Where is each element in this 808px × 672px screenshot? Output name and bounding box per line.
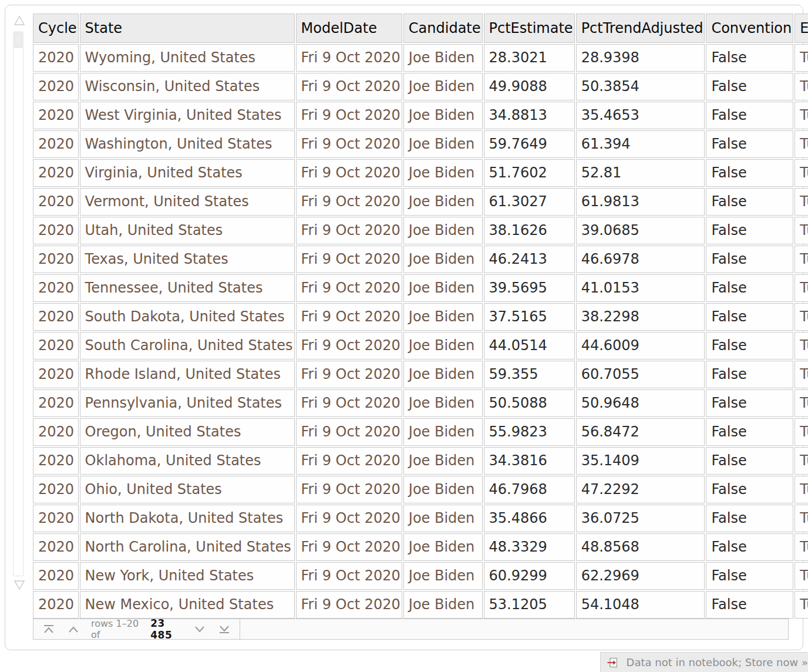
cell-election_date[interactable]: Tue 3 Nov 2020 bbox=[794, 533, 808, 561]
cell-candidate[interactable]: Joe Biden bbox=[403, 130, 483, 158]
cell-pct_trend[interactable]: 60.7055 bbox=[576, 361, 705, 388]
cell-candidate[interactable]: Joe Biden bbox=[403, 188, 483, 216]
store-now-bar[interactable]: Data not in notebook; Store now » bbox=[600, 652, 808, 672]
cell-pct_estimate[interactable]: 35.4866 bbox=[484, 505, 575, 532]
column-header-candidate[interactable]: Candidate bbox=[403, 14, 483, 43]
cell-pct_estimate[interactable]: 60.9299 bbox=[484, 562, 575, 590]
cell-convention[interactable]: False bbox=[706, 188, 793, 216]
cell-cycle[interactable]: 2020 bbox=[33, 361, 79, 388]
cell-election_date[interactable]: Tue 3 Nov 2020 bbox=[794, 505, 808, 532]
cell-pct_trend[interactable]: 28.9398 bbox=[576, 44, 705, 72]
cell-cycle[interactable]: 2020 bbox=[33, 73, 79, 100]
cell-convention[interactable]: False bbox=[706, 505, 793, 532]
cell-candidate[interactable]: Joe Biden bbox=[403, 591, 483, 619]
cell-model_date[interactable]: Fri 9 Oct 2020 bbox=[296, 361, 402, 388]
cell-election_date[interactable]: Tue 3 Nov 2020 bbox=[794, 476, 808, 503]
cell-cycle[interactable]: 2020 bbox=[33, 562, 79, 590]
cell-candidate[interactable]: Joe Biden bbox=[403, 389, 483, 417]
cell-convention[interactable]: False bbox=[706, 130, 793, 158]
cell-pct_trend[interactable]: 61.394 bbox=[576, 130, 705, 158]
column-header-pct_trend[interactable]: PctTrendAdjusted bbox=[576, 14, 705, 43]
cell-state[interactable]: South Dakota, United States bbox=[80, 303, 295, 331]
cell-model_date[interactable]: Fri 9 Oct 2020 bbox=[296, 591, 402, 619]
cell-pct_trend[interactable]: 44.6009 bbox=[576, 332, 705, 359]
cell-pct_trend[interactable]: 36.0725 bbox=[576, 505, 705, 532]
cell-cycle[interactable]: 2020 bbox=[33, 476, 79, 503]
cell-candidate[interactable]: Joe Biden bbox=[403, 73, 483, 100]
cell-model_date[interactable]: Fri 9 Oct 2020 bbox=[296, 533, 402, 561]
cell-cycle[interactable]: 2020 bbox=[33, 332, 79, 359]
cell-candidate[interactable]: Joe Biden bbox=[403, 562, 483, 590]
cell-election_date[interactable]: Tue 3 Nov 2020 bbox=[794, 274, 808, 302]
cell-convention[interactable]: False bbox=[706, 44, 793, 72]
cell-pct_estimate[interactable]: 28.3021 bbox=[484, 44, 575, 72]
cell-election_date[interactable]: Tue 3 Nov 2020 bbox=[794, 130, 808, 158]
cell-election_date[interactable]: Tue 3 Nov 2020 bbox=[794, 188, 808, 216]
cell-pct_trend[interactable]: 56.8472 bbox=[576, 418, 705, 446]
cell-state[interactable]: Oregon, United States bbox=[80, 418, 295, 446]
cell-pct_estimate[interactable]: 34.3816 bbox=[484, 447, 575, 475]
cell-candidate[interactable]: Joe Biden bbox=[403, 533, 483, 561]
cell-convention[interactable]: False bbox=[706, 389, 793, 417]
cell-cycle[interactable]: 2020 bbox=[33, 389, 79, 417]
cell-pct_trend[interactable]: 50.9648 bbox=[576, 389, 705, 417]
cell-state[interactable]: West Virginia, United States bbox=[80, 102, 295, 129]
cell-pct_estimate[interactable]: 53.1205 bbox=[484, 591, 575, 619]
cell-model_date[interactable]: Fri 9 Oct 2020 bbox=[296, 73, 402, 100]
cell-cycle[interactable]: 2020 bbox=[33, 274, 79, 302]
jump-first-button[interactable] bbox=[42, 623, 56, 635]
cell-candidate[interactable]: Joe Biden bbox=[403, 476, 483, 503]
cell-pct_trend[interactable]: 48.8568 bbox=[576, 533, 705, 561]
cell-candidate[interactable]: Joe Biden bbox=[403, 274, 483, 302]
cell-convention[interactable]: False bbox=[706, 447, 793, 475]
cell-candidate[interactable]: Joe Biden bbox=[403, 246, 483, 273]
cell-model_date[interactable]: Fri 9 Oct 2020 bbox=[296, 447, 402, 475]
cell-cycle[interactable]: 2020 bbox=[33, 418, 79, 446]
cell-pct_estimate[interactable]: 44.0514 bbox=[484, 332, 575, 359]
cell-model_date[interactable]: Fri 9 Oct 2020 bbox=[296, 476, 402, 503]
cell-convention[interactable]: False bbox=[706, 476, 793, 503]
cell-convention[interactable]: False bbox=[706, 246, 793, 273]
cell-candidate[interactable]: Joe Biden bbox=[403, 44, 483, 72]
cell-model_date[interactable]: Fri 9 Oct 2020 bbox=[296, 418, 402, 446]
cell-election_date[interactable]: Tue 3 Nov 2020 bbox=[794, 102, 808, 129]
cell-state[interactable]: Washington, United States bbox=[80, 130, 295, 158]
cell-state[interactable]: New York, United States bbox=[80, 562, 295, 590]
cell-cycle[interactable]: 2020 bbox=[33, 159, 79, 187]
cell-state[interactable]: New Mexico, United States bbox=[80, 591, 295, 619]
cell-state[interactable]: Wyoming, United States bbox=[80, 44, 295, 72]
column-header-model_date[interactable]: ModelDate bbox=[296, 14, 402, 43]
cell-election_date[interactable]: Tue 3 Nov 2020 bbox=[794, 591, 808, 619]
cell-pct_trend[interactable]: 35.1409 bbox=[576, 447, 705, 475]
cell-pct_trend[interactable]: 46.6978 bbox=[576, 246, 705, 273]
cell-pct_estimate[interactable]: 38.1626 bbox=[484, 217, 575, 244]
cell-pct_trend[interactable]: 52.81 bbox=[576, 159, 705, 187]
cell-convention[interactable]: False bbox=[706, 274, 793, 302]
elide-up-icon[interactable] bbox=[13, 15, 26, 26]
cell-model_date[interactable]: Fri 9 Oct 2020 bbox=[296, 332, 402, 359]
column-header-pct_estimate[interactable]: PctEstimate bbox=[484, 14, 575, 43]
cell-convention[interactable]: False bbox=[706, 159, 793, 187]
cell-pct_trend[interactable]: 41.0153 bbox=[576, 274, 705, 302]
cell-pct_trend[interactable]: 54.1048 bbox=[576, 591, 705, 619]
column-header-state[interactable]: State bbox=[80, 14, 295, 43]
cell-cycle[interactable]: 2020 bbox=[33, 505, 79, 532]
cell-pct_estimate[interactable]: 46.7968 bbox=[484, 476, 575, 503]
cell-convention[interactable]: False bbox=[706, 591, 793, 619]
cell-model_date[interactable]: Fri 9 Oct 2020 bbox=[296, 130, 402, 158]
cell-state[interactable]: Texas, United States bbox=[80, 246, 295, 273]
cell-convention[interactable]: False bbox=[706, 217, 793, 244]
cell-convention[interactable]: False bbox=[706, 332, 793, 359]
column-header-cycle[interactable]: Cycle bbox=[33, 14, 79, 43]
cell-pct_trend[interactable]: 39.0685 bbox=[576, 217, 705, 244]
cell-pct_estimate[interactable]: 46.2413 bbox=[484, 246, 575, 273]
elide-down-icon[interactable] bbox=[13, 579, 26, 591]
cell-state[interactable]: Tennessee, United States bbox=[80, 274, 295, 302]
cell-convention[interactable]: False bbox=[706, 73, 793, 100]
row-scrollbar-thumb[interactable] bbox=[14, 32, 22, 48]
cell-election_date[interactable]: Tue 3 Nov 2020 bbox=[794, 303, 808, 331]
cell-candidate[interactable]: Joe Biden bbox=[403, 303, 483, 331]
cell-pct_estimate[interactable]: 37.5165 bbox=[484, 303, 575, 331]
cell-pct_trend[interactable]: 47.2292 bbox=[576, 476, 705, 503]
cell-pct_estimate[interactable]: 59.355 bbox=[484, 361, 575, 388]
